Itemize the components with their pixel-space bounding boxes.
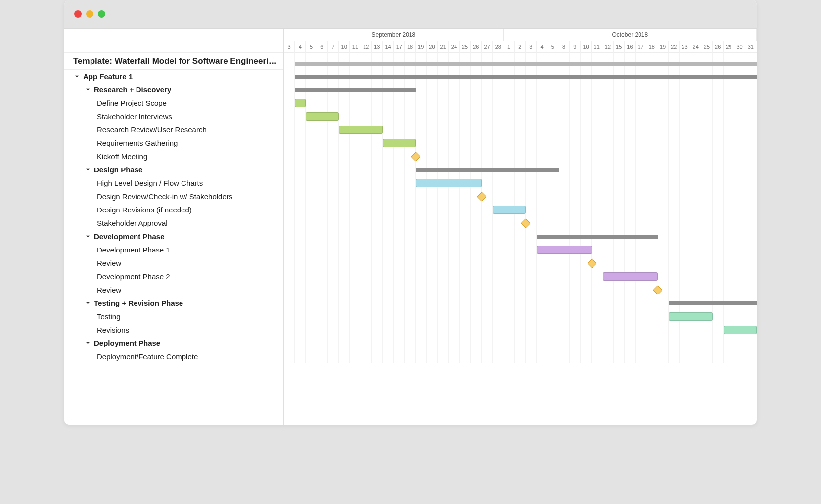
day-label: 2 (515, 41, 526, 53)
task-label: Kickoff Meeting (97, 150, 147, 163)
task-row[interactable]: Testing (64, 310, 283, 323)
day-label: 13 (372, 41, 383, 53)
task-row[interactable]: Define Project Scope (64, 96, 283, 110)
task-group-row[interactable]: Research + Discovery (64, 83, 283, 96)
task-group-row[interactable]: App Feature 1 (64, 70, 283, 83)
caret-down-icon[interactable] (84, 233, 91, 240)
day-label: 19 (416, 41, 427, 53)
gantt-row (284, 310, 757, 323)
gantt-task-bar[interactable] (724, 326, 757, 334)
task-row[interactable]: Review (64, 256, 283, 270)
caret-down-icon[interactable] (84, 300, 91, 307)
task-row[interactable]: Requirements Gathering (64, 136, 283, 150)
month-label: September 2018 (284, 29, 504, 41)
gantt-row (284, 296, 757, 310)
task-label: Research Review/User Research (97, 123, 207, 136)
day-label: 19 (657, 41, 668, 53)
task-row[interactable]: Research Review/User Research (64, 123, 283, 136)
caret-down-icon[interactable] (84, 167, 91, 173)
gantt-timeline[interactable]: September 2018October 2018 3456710111213… (284, 29, 757, 425)
timeline-month-row: September 2018October 2018 (284, 29, 757, 41)
gantt-milestone-icon[interactable] (521, 218, 531, 228)
project-title: Template: Waterfall Model for Software E… (64, 53, 283, 70)
gantt-row (284, 230, 757, 243)
gantt-task-bar[interactable] (339, 126, 383, 134)
day-label: 3 (526, 41, 537, 53)
task-row[interactable]: Development Phase 1 (64, 243, 283, 256)
gantt-row (284, 136, 757, 150)
task-row[interactable]: Development Phase 2 (64, 270, 283, 283)
task-row[interactable]: Review (64, 283, 283, 296)
project-title-label: Template: Waterfall Model for Software E… (73, 54, 278, 68)
day-label: 25 (701, 41, 712, 53)
task-row[interactable]: Stakeholder Interviews (64, 110, 283, 123)
gantt-row (284, 283, 757, 296)
day-label: 18 (405, 41, 415, 53)
gantt-task-bar[interactable] (295, 99, 306, 107)
task-list-panel: Template: Waterfall Model for Software E… (64, 29, 284, 425)
gantt-milestone-icon[interactable] (587, 258, 597, 268)
task-label: Revisions (97, 323, 129, 336)
day-label: 23 (680, 41, 690, 53)
day-label: 29 (724, 41, 734, 53)
task-group-row[interactable]: Deployment Phase (64, 336, 283, 350)
gantt-summary-bar[interactable] (537, 235, 658, 239)
gantt-task-bar[interactable] (669, 312, 713, 321)
day-label: 5 (547, 41, 558, 53)
gantt-task-bar[interactable] (537, 246, 592, 254)
gantt-summary-bar[interactable] (295, 75, 757, 79)
task-row[interactable]: High Level Design / Flow Charts (64, 176, 283, 190)
task-row[interactable]: Kickoff Meeting (64, 150, 283, 163)
gantt-task-bar[interactable] (306, 112, 339, 121)
gantt-task-bar[interactable] (383, 139, 416, 147)
day-label: 22 (669, 41, 680, 53)
day-label: 27 (482, 41, 493, 53)
maximize-icon[interactable] (98, 10, 105, 18)
gantt-row (284, 53, 757, 70)
gantt-task-bar[interactable] (603, 272, 658, 281)
gantt-summary-bar[interactable] (416, 168, 559, 172)
task-row[interactable]: Revisions (64, 323, 283, 336)
task-label: High Level Design / Flow Charts (97, 176, 203, 190)
gantt-summary-bar[interactable] (295, 62, 757, 66)
content-area: Template: Waterfall Model for Software E… (64, 29, 757, 425)
caret-down-icon[interactable] (84, 86, 91, 93)
caret-down-icon[interactable] (73, 73, 80, 80)
day-label: 26 (471, 41, 482, 53)
day-label: 11 (592, 41, 602, 53)
task-group-row[interactable]: Testing + Revision Phase (64, 296, 283, 310)
task-label: Review (97, 256, 121, 270)
gantt-task-bar[interactable] (493, 206, 526, 214)
minimize-icon[interactable] (86, 10, 93, 18)
gantt-row (284, 110, 757, 123)
gantt-summary-bar[interactable] (669, 301, 757, 305)
day-label: 6 (317, 41, 328, 53)
gantt-row (284, 243, 757, 256)
timeline-day-row: 3456710111213141718192021242526272812345… (284, 41, 757, 53)
task-row[interactable]: Deployment/Feature Complete (64, 350, 283, 363)
gantt-row (284, 176, 757, 190)
gantt-milestone-icon[interactable] (411, 152, 421, 162)
caret-down-icon[interactable] (84, 340, 91, 347)
gantt-row (284, 216, 757, 230)
task-label: Stakeholder Interviews (97, 110, 172, 123)
task-group-row[interactable]: Development Phase (64, 230, 283, 243)
gantt-milestone-icon[interactable] (653, 285, 663, 295)
task-group-row[interactable]: Design Phase (64, 163, 283, 176)
task-label: Testing (97, 310, 121, 323)
gantt-task-bar[interactable] (416, 179, 482, 187)
day-label: 4 (295, 41, 306, 53)
task-row[interactable]: Design Revisions (if needed) (64, 203, 283, 216)
gantt-summary-bar[interactable] (295, 88, 416, 92)
task-row[interactable]: Stakeholder Approval (64, 216, 283, 230)
gantt-milestone-icon[interactable] (477, 192, 487, 202)
day-label: 5 (306, 41, 317, 53)
timeline-header: September 2018October 2018 3456710111213… (284, 29, 757, 53)
day-label: 17 (636, 41, 646, 53)
gantt-row (284, 190, 757, 203)
task-label: Requirements Gathering (97, 136, 178, 150)
day-label: 1 (503, 41, 514, 53)
app-window: Template: Waterfall Model for Software E… (64, 0, 757, 425)
close-icon[interactable] (74, 10, 82, 18)
task-row[interactable]: Design Review/Check-in w/ Stakeholders (64, 190, 283, 203)
